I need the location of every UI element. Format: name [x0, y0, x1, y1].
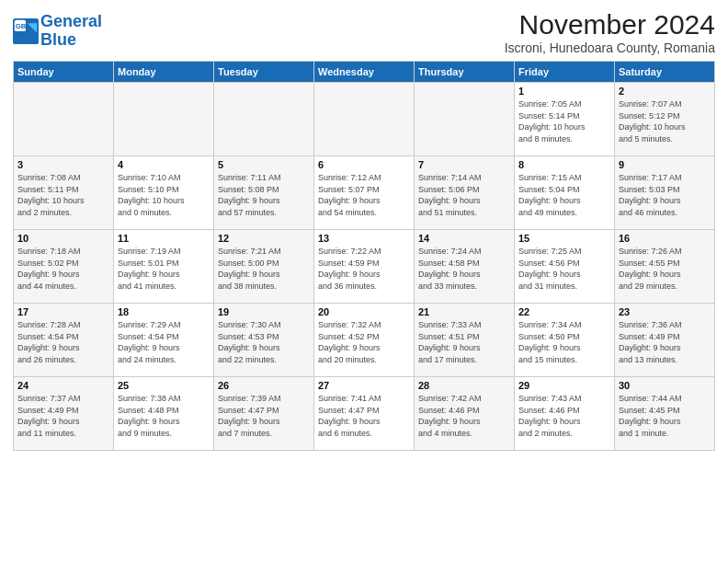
day-info: Sunrise: 7:42 AM Sunset: 4:46 PM Dayligh… [418, 393, 510, 439]
day-number: 18 [118, 306, 210, 317]
day-number: 20 [318, 306, 410, 317]
day-number: 12 [218, 233, 310, 244]
week-row-2: 3Sunrise: 7:08 AM Sunset: 5:11 PM Daylig… [14, 156, 715, 230]
day-number: 5 [218, 159, 310, 170]
day-number: 22 [518, 306, 610, 317]
day-info: Sunrise: 7:19 AM Sunset: 5:01 PM Dayligh… [118, 246, 210, 292]
day-info: Sunrise: 7:15 AM Sunset: 5:04 PM Dayligh… [518, 172, 610, 218]
calendar-cell: 12Sunrise: 7:21 AM Sunset: 5:00 PM Dayli… [214, 230, 314, 304]
calendar-cell: 11Sunrise: 7:19 AM Sunset: 5:01 PM Dayli… [114, 230, 214, 304]
day-info: Sunrise: 7:29 AM Sunset: 4:54 PM Dayligh… [118, 319, 210, 365]
day-number: 29 [518, 380, 610, 391]
day-info: Sunrise: 7:24 AM Sunset: 4:58 PM Dayligh… [418, 246, 510, 292]
calendar-cell: 25Sunrise: 7:38 AM Sunset: 4:48 PM Dayli… [114, 377, 214, 451]
calendar-cell: 1Sunrise: 7:05 AM Sunset: 5:14 PM Daylig… [515, 83, 615, 156]
day-number: 30 [619, 380, 711, 391]
day-number: 23 [619, 306, 711, 317]
day-info: Sunrise: 7:38 AM Sunset: 4:48 PM Dayligh… [118, 393, 210, 439]
week-row-1: 1Sunrise: 7:05 AM Sunset: 5:14 PM Daylig… [14, 83, 715, 156]
day-info: Sunrise: 7:34 AM Sunset: 4:50 PM Dayligh… [518, 319, 610, 365]
day-number: 28 [418, 380, 510, 391]
day-info: Sunrise: 7:17 AM Sunset: 5:03 PM Dayligh… [619, 172, 711, 218]
day-info: Sunrise: 7:21 AM Sunset: 5:00 PM Dayligh… [218, 246, 310, 292]
day-number: 25 [118, 380, 210, 391]
day-info: Sunrise: 7:12 AM Sunset: 5:07 PM Dayligh… [318, 172, 410, 218]
day-info: Sunrise: 7:07 AM Sunset: 5:12 PM Dayligh… [619, 98, 711, 144]
header: GB General Blue November 2024 Iscroni, H… [13, 9, 715, 55]
day-info: Sunrise: 7:30 AM Sunset: 4:53 PM Dayligh… [218, 319, 310, 365]
day-info: Sunrise: 7:08 AM Sunset: 5:11 PM Dayligh… [17, 172, 109, 218]
weekday-header-saturday: Saturday [615, 62, 715, 83]
day-info: Sunrise: 7:32 AM Sunset: 4:52 PM Dayligh… [318, 319, 410, 365]
page: GB General Blue November 2024 Iscroni, H… [0, 0, 728, 563]
day-info: Sunrise: 7:44 AM Sunset: 4:45 PM Dayligh… [619, 393, 711, 439]
page-title: November 2024 [505, 9, 715, 40]
calendar-cell: 2Sunrise: 7:07 AM Sunset: 5:12 PM Daylig… [615, 83, 715, 156]
page-subtitle: Iscroni, Hunedoara County, Romania [505, 40, 715, 55]
calendar-cell [114, 83, 214, 156]
day-info: Sunrise: 7:05 AM Sunset: 5:14 PM Dayligh… [518, 98, 610, 144]
calendar-cell: 22Sunrise: 7:34 AM Sunset: 4:50 PM Dayli… [515, 304, 615, 377]
day-number: 16 [619, 233, 711, 244]
day-number: 24 [17, 380, 109, 391]
calendar-cell: 28Sunrise: 7:42 AM Sunset: 4:46 PM Dayli… [415, 377, 515, 451]
svg-text:GB: GB [16, 22, 27, 30]
calendar-cell: 13Sunrise: 7:22 AM Sunset: 4:59 PM Dayli… [314, 230, 415, 304]
calendar-cell [314, 83, 415, 156]
day-info: Sunrise: 7:25 AM Sunset: 4:56 PM Dayligh… [518, 246, 610, 292]
day-number: 7 [418, 159, 510, 170]
day-number: 2 [619, 86, 711, 97]
day-number: 9 [619, 159, 711, 170]
calendar: SundayMondayTuesdayWednesdayThursdayFrid… [13, 61, 715, 451]
day-number: 6 [318, 159, 410, 170]
calendar-cell: 29Sunrise: 7:43 AM Sunset: 4:46 PM Dayli… [515, 377, 615, 451]
calendar-cell: 17Sunrise: 7:28 AM Sunset: 4:54 PM Dayli… [14, 304, 114, 377]
calendar-cell: 4Sunrise: 7:10 AM Sunset: 5:10 PM Daylig… [114, 156, 214, 230]
day-info: Sunrise: 7:18 AM Sunset: 5:02 PM Dayligh… [17, 246, 109, 292]
day-info: Sunrise: 7:41 AM Sunset: 4:47 PM Dayligh… [318, 393, 410, 439]
day-info: Sunrise: 7:28 AM Sunset: 4:54 PM Dayligh… [17, 319, 109, 365]
weekday-header-thursday: Thursday [415, 62, 515, 83]
weekday-header-sunday: Sunday [14, 62, 114, 83]
day-number: 26 [218, 380, 310, 391]
calendar-cell [415, 83, 515, 156]
logo-icon: GB [13, 18, 39, 44]
weekday-header-wednesday: Wednesday [314, 62, 415, 83]
day-number: 11 [118, 233, 210, 244]
day-number: 4 [118, 159, 210, 170]
day-number: 15 [518, 233, 610, 244]
weekday-header-monday: Monday [114, 62, 214, 83]
title-area: November 2024 Iscroni, Hunedoara County,… [505, 9, 715, 55]
week-row-4: 17Sunrise: 7:28 AM Sunset: 4:54 PM Dayli… [14, 304, 715, 377]
weekday-header-tuesday: Tuesday [214, 62, 314, 83]
day-number: 17 [17, 306, 109, 317]
calendar-cell: 24Sunrise: 7:37 AM Sunset: 4:49 PM Dayli… [14, 377, 114, 451]
calendar-cell: 18Sunrise: 7:29 AM Sunset: 4:54 PM Dayli… [114, 304, 214, 377]
calendar-cell: 26Sunrise: 7:39 AM Sunset: 4:47 PM Dayli… [214, 377, 314, 451]
calendar-cell [214, 83, 314, 156]
day-info: Sunrise: 7:26 AM Sunset: 4:55 PM Dayligh… [619, 246, 711, 292]
calendar-cell: 14Sunrise: 7:24 AM Sunset: 4:58 PM Dayli… [415, 230, 515, 304]
calendar-cell: 23Sunrise: 7:36 AM Sunset: 4:49 PM Dayli… [615, 304, 715, 377]
calendar-cell: 21Sunrise: 7:33 AM Sunset: 4:51 PM Dayli… [415, 304, 515, 377]
calendar-cell: 10Sunrise: 7:18 AM Sunset: 5:02 PM Dayli… [14, 230, 114, 304]
calendar-cell: 30Sunrise: 7:44 AM Sunset: 4:45 PM Dayli… [615, 377, 715, 451]
weekday-header-friday: Friday [515, 62, 615, 83]
calendar-cell: 20Sunrise: 7:32 AM Sunset: 4:52 PM Dayli… [314, 304, 415, 377]
calendar-cell [14, 83, 114, 156]
calendar-cell: 9Sunrise: 7:17 AM Sunset: 5:03 PM Daylig… [615, 156, 715, 230]
day-number: 13 [318, 233, 410, 244]
calendar-cell: 27Sunrise: 7:41 AM Sunset: 4:47 PM Dayli… [314, 377, 415, 451]
week-row-3: 10Sunrise: 7:18 AM Sunset: 5:02 PM Dayli… [14, 230, 715, 304]
calendar-cell: 16Sunrise: 7:26 AM Sunset: 4:55 PM Dayli… [615, 230, 715, 304]
day-number: 3 [17, 159, 109, 170]
week-row-5: 24Sunrise: 7:37 AM Sunset: 4:49 PM Dayli… [14, 377, 715, 451]
day-info: Sunrise: 7:11 AM Sunset: 5:08 PM Dayligh… [218, 172, 310, 218]
logo-text: General Blue [40, 13, 102, 50]
calendar-cell: 19Sunrise: 7:30 AM Sunset: 4:53 PM Dayli… [214, 304, 314, 377]
day-info: Sunrise: 7:43 AM Sunset: 4:46 PM Dayligh… [518, 393, 610, 439]
day-number: 14 [418, 233, 510, 244]
day-number: 8 [518, 159, 610, 170]
calendar-cell: 6Sunrise: 7:12 AM Sunset: 5:07 PM Daylig… [314, 156, 415, 230]
day-number: 27 [318, 380, 410, 391]
